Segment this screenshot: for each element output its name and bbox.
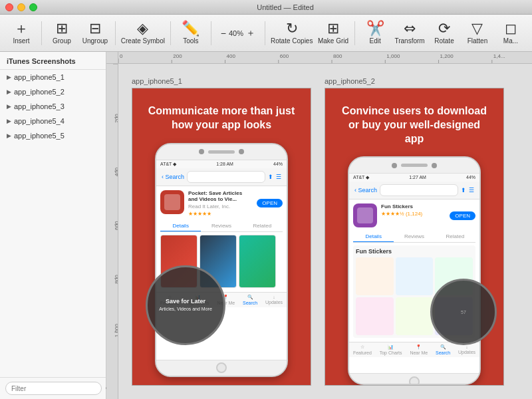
zoom-control[interactable]: − 40% ＋ [215,25,261,42]
title-bar: Untitled — Edited [0,0,532,15]
app-open-btn-2[interactable]: OPEN [450,211,475,220]
make-grid-label: Make Grid [318,37,348,45]
artboard-2: app_iphone5_2 Convince users to download… [325,77,504,386]
svg-text:0: 0 [120,53,123,59]
back-button-2[interactable]: ‹ Search [354,187,377,194]
share-button-2[interactable]: ⬆ [461,187,466,194]
sidebar-item-4[interactable]: ▶ app_iphone5_4 [0,114,106,128]
artboard-2-headline: Convince users to download or buy your w… [325,88,503,156]
phone-top-2 [349,158,479,174]
app-icon-inner-2 [357,207,373,223]
tab-related-2[interactable]: Related [435,231,475,242]
make-button[interactable]: ◻ Ma... [495,17,527,49]
svg-text:200: 200 [173,53,182,59]
sidebar-item-5[interactable]: ▶ app_iphone5_5 [0,128,106,143]
tools-icon: ✏️ [182,21,200,36]
canvas-area: 0 200 400 600 800 1,000 1,200 1,4... [106,52,532,399]
bottom-tab-updates-1[interactable]: ↓Updates [265,295,283,305]
bottom-tab-featured-2[interactable]: ☆Featured [353,344,372,355]
edit-label: Edit [370,37,381,45]
menu-button-2[interactable]: ☰ [469,187,474,194]
transform-button[interactable]: ⇔ Transform [392,17,427,49]
rotate-label: Rotate [434,37,454,45]
app-item-2: Fun Stickers ★★★★½ (1,124) OPEN [353,203,475,227]
app-name-2: Fun Stickers [381,203,446,209]
app-tabs-2: Details Reviews Related [353,231,475,243]
separator-5 [265,21,265,45]
tab-reviews-1[interactable]: Reviews [201,221,241,231]
bottom-tab-charts-2[interactable]: 📊Top Charts [380,344,402,355]
transform-icon: ⇔ [404,21,416,36]
artboard-2-label: app_iphone5_2 [325,77,504,85]
artboard-2-canvas[interactable]: Convince users to download or buy your w… [325,88,504,386]
home-button-2[interactable] [409,376,420,385]
insert-button[interactable]: ＋ Insert [5,17,37,49]
phone-bottom-2 [349,373,479,385]
make-label: Ma... [503,37,518,45]
menu-button-1[interactable]: ☰ [276,174,281,180]
svg-text:800: 800 [114,275,118,284]
sticker-5 [396,297,434,335]
app-icon-1 [160,190,184,214]
separator-4 [211,21,211,45]
sidebar-item-3[interactable]: ▶ app_iphone5_3 [0,99,106,114]
svg-text:1,000: 1,000 [114,324,118,338]
tab-details-1[interactable]: Details [160,221,201,231]
bottom-tab-near-2[interactable]: 📍Near Me [410,344,428,355]
sidebar-header: iTunes Screenshots [0,52,106,70]
rotate-copies-button[interactable]: ↻ Rotate Copies [269,17,315,49]
tab-details-2[interactable]: Details [353,231,394,242]
app-sub-1: Read It Later, Inc. [188,203,253,209]
back-button-1[interactable]: ‹ Search [162,174,184,180]
insert-label: Insert [13,37,29,45]
zoom-out-icon[interactable]: − [221,28,226,39]
artboard-1-canvas[interactable]: Communicate more than just how your app … [132,88,311,386]
close-button[interactable] [5,3,13,11]
tab-related-1[interactable]: Related [242,221,283,231]
traffic-lights [5,3,37,11]
flatten-icon: ▽ [471,21,483,36]
rotate-copies-label: Rotate Copies [271,37,313,45]
home-button-1[interactable] [216,362,227,373]
group-button[interactable]: ⊞ Group [46,17,78,49]
overlay-title-1: Save for Later [166,298,205,305]
app-rating-1: ★★★★★ [188,211,253,217]
ruler-horizontal: 0 200 400 600 800 1,000 1,200 1,4... [118,52,532,64]
tab-reviews-2[interactable]: Reviews [394,231,434,242]
sticker-1 [356,257,394,295]
insert-icon: ＋ [14,21,29,36]
create-symbol-button[interactable]: ◈ Create Symbol [120,17,166,49]
sidebar-item-1[interactable]: ▶ app_iphone5_1 [0,70,106,84]
phone-top-1 [156,144,287,160]
tools-button[interactable]: ✏️ Tools [175,17,207,49]
app-open-btn-1[interactable]: OPEN [257,199,283,207]
bottom-tab-search-1[interactable]: 🔍Search [243,295,257,305]
ungroup-button[interactable]: ⊟ Ungroup [79,17,111,49]
svg-text:600: 600 [280,53,289,59]
app-store-header-2: ‹ Search ⬆ ☰ [349,182,479,200]
main-area: iTunes Screenshots ▶ app_iphone5_1 ▶ app… [0,52,532,399]
svg-text:1,000: 1,000 [386,53,400,59]
screenshot-inner-3 [239,235,275,287]
app-name-1: Pocket: Save Articles and Videos to Vie.… [188,190,253,202]
svg-text:1,200: 1,200 [440,53,454,59]
sidebar-item-2[interactable]: ▶ app_iphone5_2 [0,84,106,99]
zoom-in-icon[interactable]: ＋ [246,27,255,39]
flatten-button[interactable]: ▽ Flatten [462,17,493,49]
maximize-button[interactable] [29,3,37,11]
edit-button[interactable]: ✂️ Edit [359,17,391,49]
phone-speaker-1 [208,150,235,154]
sidebar-item-label-3: app_iphone5_3 [14,102,65,110]
share-button-1[interactable]: ⬆ [268,174,273,180]
sidebar-arrow-4: ▶ [7,118,11,124]
ruler-vertical: 200 400 600 800 1,000 [106,64,118,399]
rotate-button[interactable]: ⟳ Rotate [428,17,460,49]
filter-input[interactable] [5,382,102,395]
minimize-button[interactable] [17,3,25,11]
sidebar-item-label-4: app_iphone5_4 [14,117,65,125]
make-grid-button[interactable]: ⊞ Make Grid [316,17,351,49]
bottom-tab-updates-2[interactable]: ↓Updates [458,344,475,355]
zoom-level: 40% [229,29,243,37]
bottom-tab-search-2[interactable]: 🔍Search [436,344,450,355]
app-info-2: Fun Stickers ★★★★½ (1,124) [381,203,446,227]
